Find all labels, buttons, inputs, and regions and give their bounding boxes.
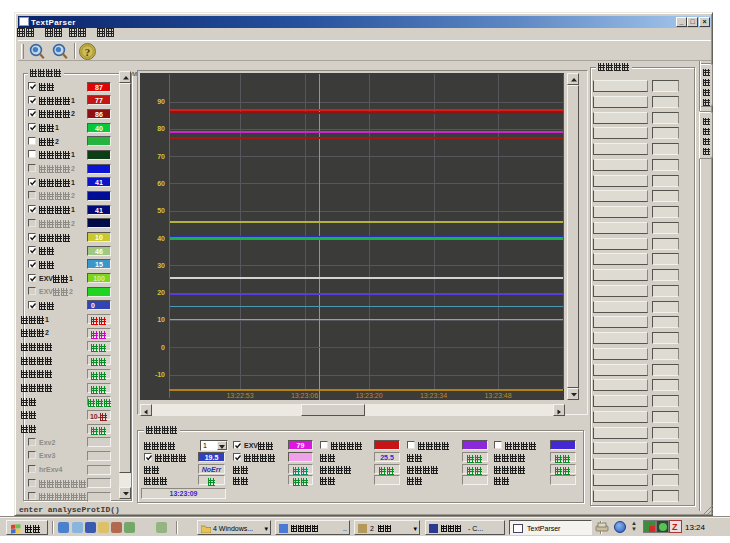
svg-text:?: ? — [85, 46, 91, 58]
